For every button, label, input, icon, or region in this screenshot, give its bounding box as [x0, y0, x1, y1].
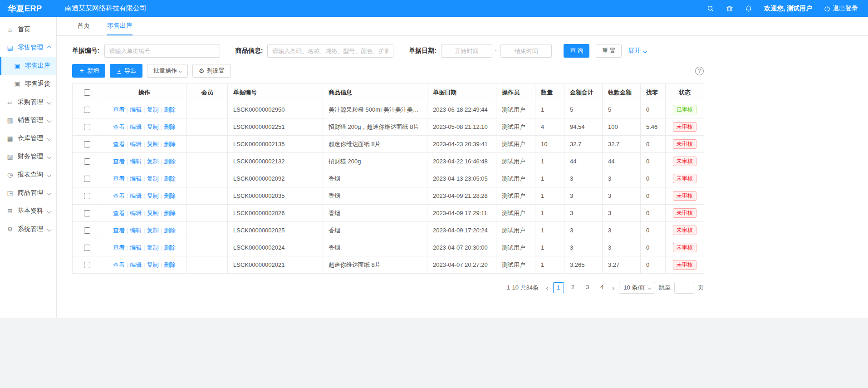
row-action-edit[interactable]: 编辑	[130, 158, 142, 165]
row-action-edit[interactable]: 编辑	[130, 227, 142, 234]
row-action-copy[interactable]: 复制	[147, 227, 159, 234]
sidebar-item-sales[interactable]: ▥销售管理	[0, 111, 56, 129]
row-action-delete[interactable]: 删除	[164, 192, 176, 199]
prev-page-button[interactable]: ‹	[545, 284, 549, 292]
row-actions-cell: 查看|编辑|复制|删除	[102, 256, 187, 274]
sidebar-item-purchase[interactable]: ▱采购管理	[0, 93, 56, 111]
chevron-up-icon	[47, 45, 52, 50]
change-cell: 0	[641, 101, 666, 118]
jump-page-input[interactable]	[674, 282, 694, 294]
row-action-view[interactable]: 查看	[113, 175, 125, 182]
row-action-edit[interactable]: 编辑	[130, 210, 142, 216]
sidebar-item-warehouse[interactable]: ▦仓库管理	[0, 129, 56, 147]
row-action-view[interactable]: 查看	[113, 227, 125, 234]
sidebar-item-retail[interactable]: ▤零售管理	[0, 39, 56, 57]
row-action-delete[interactable]: 删除	[164, 123, 176, 130]
pagination-summary: 1-10 共34条	[507, 284, 539, 292]
row-checkbox[interactable]	[84, 193, 90, 199]
row-action-edit[interactable]: 编辑	[130, 261, 142, 268]
pagination: 1-10 共34条‹1234›10 条/页跳至页	[72, 282, 704, 294]
expand-link[interactable]: 展开	[628, 47, 647, 55]
row-action-view[interactable]: 查看	[113, 210, 125, 216]
row-action-view[interactable]: 查看	[113, 106, 125, 113]
row-action-copy[interactable]: 复制	[147, 175, 159, 182]
search-button[interactable]: 查询	[564, 44, 589, 58]
row-action-delete[interactable]: 删除	[164, 158, 176, 165]
sidebar-subitem-retail-return[interactable]: ▣零售退货	[0, 75, 56, 93]
row-action-delete[interactable]: 删除	[164, 175, 176, 182]
sidebar-item-finance[interactable]: ▨财务管理	[0, 147, 56, 166]
tab-retail-outbound[interactable]: 零售出库	[107, 17, 132, 35]
sidebar-subitem-retail-outbound[interactable]: ▣零售出库	[0, 57, 56, 75]
row-action-view[interactable]: 查看	[113, 141, 125, 147]
row-action-copy[interactable]: 复制	[147, 244, 159, 251]
bank-icon[interactable]	[726, 5, 733, 12]
start-date-input[interactable]	[441, 44, 492, 58]
row-action-copy[interactable]: 复制	[147, 158, 159, 165]
row-action-copy[interactable]: 复制	[147, 192, 159, 199]
row-action-view[interactable]: 查看	[113, 244, 125, 251]
bill-no-input[interactable]	[104, 44, 220, 58]
page-button-4[interactable]: 4	[597, 282, 608, 293]
add-button[interactable]: ＋ 新增	[72, 64, 105, 78]
row-action-edit[interactable]: 编辑	[130, 123, 142, 130]
search-icon[interactable]	[707, 5, 714, 12]
row-checkbox[interactable]	[84, 210, 90, 216]
row-action-delete[interactable]: 删除	[164, 261, 176, 268]
row-action-edit[interactable]: 编辑	[130, 106, 142, 113]
help-icon[interactable]: ?	[695, 67, 704, 75]
row-checkbox[interactable]	[84, 227, 90, 234]
page-size-select[interactable]: 10 条/页	[619, 282, 655, 294]
row-action-copy[interactable]: 复制	[147, 141, 159, 147]
bell-icon[interactable]	[745, 5, 752, 12]
row-action-delete[interactable]: 删除	[164, 210, 176, 216]
sidebar-item-report[interactable]: ◷报表查询	[0, 166, 56, 184]
row-action-copy[interactable]: 复制	[147, 210, 159, 216]
row-action-edit[interactable]: 编辑	[130, 141, 142, 147]
sidebar-item-home[interactable]: ⌂首页	[0, 20, 56, 39]
sidebar-item-system[interactable]: ⚙系统管理	[0, 220, 56, 238]
row-checkbox[interactable]	[84, 262, 90, 268]
sidebar-item-basic[interactable]: ⊞基本资料	[0, 202, 56, 220]
column-settings-button[interactable]: ⚙ 列设置	[192, 64, 231, 78]
product-info-input[interactable]	[267, 44, 393, 58]
logout-button[interactable]: 退出登录	[824, 5, 858, 13]
row-action-delete[interactable]: 删除	[164, 227, 176, 234]
row-action-delete[interactable]: 删除	[164, 244, 176, 251]
end-date-input[interactable]	[500, 44, 552, 58]
row-action-view[interactable]: 查看	[113, 261, 125, 268]
row-action-delete[interactable]: 删除	[164, 141, 176, 147]
row-action-view[interactable]: 查看	[113, 123, 125, 130]
action-separator: |	[143, 261, 145, 268]
page-button-2[interactable]: 2	[568, 282, 579, 293]
export-button[interactable]: 导出	[110, 64, 142, 78]
row-action-edit[interactable]: 编辑	[130, 244, 142, 251]
table-row: 查看|编辑|复制|删除LSCK00000002024香烟2023-04-07 2…	[73, 239, 704, 256]
row-action-copy[interactable]: 复制	[147, 261, 159, 268]
action-separator: |	[127, 141, 128, 147]
member-cell	[187, 222, 228, 239]
sidebar-item-goods[interactable]: ◳商品管理	[0, 184, 56, 202]
row-action-edit[interactable]: 编辑	[130, 192, 142, 199]
tab-home[interactable]: 首页	[77, 17, 90, 35]
batch-actions-button[interactable]: 批量操作	[147, 64, 188, 78]
action-separator: |	[127, 158, 128, 165]
row-checkbox[interactable]	[84, 245, 90, 251]
row-action-delete[interactable]: 删除	[164, 106, 176, 113]
next-page-button[interactable]: ›	[611, 284, 616, 292]
select-all-checkbox[interactable]	[84, 89, 90, 96]
row-checkbox[interactable]	[84, 107, 90, 113]
row-action-edit[interactable]: 编辑	[130, 175, 142, 182]
row-checkbox[interactable]	[84, 176, 90, 182]
page-button-1[interactable]: 1	[553, 282, 564, 293]
row-action-copy[interactable]: 复制	[147, 106, 159, 113]
page-button-3[interactable]: 3	[582, 282, 593, 293]
row-action-view[interactable]: 查看	[113, 192, 125, 199]
row-checkbox[interactable]	[84, 158, 90, 165]
row-checkbox[interactable]	[84, 124, 90, 130]
reset-button[interactable]: 重置	[596, 44, 622, 58]
total-amount-cell: 3	[564, 187, 603, 205]
row-action-view[interactable]: 查看	[113, 158, 125, 165]
row-checkbox[interactable]	[84, 141, 90, 147]
row-action-copy[interactable]: 复制	[147, 123, 159, 130]
